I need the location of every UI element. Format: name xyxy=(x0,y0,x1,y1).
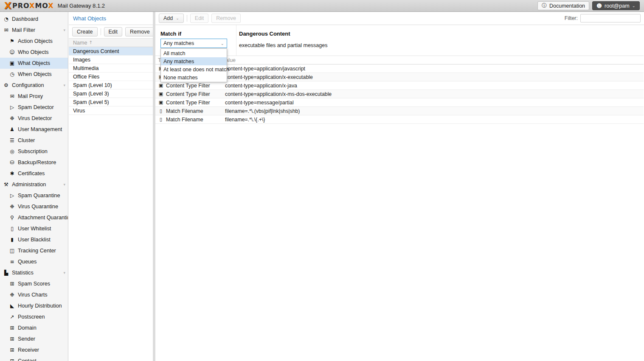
sidebar-item-label: Virus Detector xyxy=(18,115,52,121)
sidebar-item-backup-restore[interactable]: ⛁Backup/Restore xyxy=(0,157,68,168)
toolbar-separator xyxy=(187,15,187,22)
sidebar-item-contact[interactable]: ⊞Contact xyxy=(0,355,68,361)
triangle-down-icon: ▾ xyxy=(63,182,65,187)
sidebar-item-dashboard[interactable]: ◔Dashboard xyxy=(0,14,68,25)
sidebar-item-spam-quarantine[interactable]: ▷Spam Quarantine xyxy=(0,190,68,201)
sidebar-item-when-objects[interactable]: ◷When Objects xyxy=(0,69,68,80)
sidebar-item-sender[interactable]: ⊞Sender xyxy=(0,333,68,344)
rule-value: content-type=message/partial xyxy=(225,100,644,106)
sidebar-item-label: Configuration xyxy=(12,82,44,88)
chevron-down-icon: ⌄ xyxy=(221,41,224,46)
dropdown-option[interactable]: None matches xyxy=(161,73,227,81)
sidebar-item-virus-detector[interactable]: ❉Virus Detector xyxy=(0,113,68,124)
sidebar-item-virus-quarantine[interactable]: ❉Virus Quarantine xyxy=(0,201,68,212)
rule-row[interactable]: ▯Match Filenamefilename=.*\.\{.+\} xyxy=(155,115,644,124)
rules-table: Type Value ▣Content Type Filtercontent-t… xyxy=(155,56,644,124)
documentation-button[interactable]: ⓘ Documentation xyxy=(537,1,589,10)
panel-title-text: What Objects xyxy=(73,15,106,22)
object-detail-panel: Add ⌄ Edit Remove Filter: Match if Any m… xyxy=(155,12,644,361)
chart-bar-icon: ▙ xyxy=(3,270,10,276)
object-row[interactable]: Spam (Level 3) xyxy=(69,90,153,98)
dropdown-option[interactable]: Any matches xyxy=(161,57,227,65)
object-row[interactable]: Dangerous Content xyxy=(69,47,153,56)
sidebar-item-user-management[interactable]: ♟User Management xyxy=(0,124,68,135)
sidebar-item-label: Sender xyxy=(18,336,35,342)
sidebar-item-who-objects[interactable]: ☺Who Objects xyxy=(0,47,68,58)
sidebar-item-subscription[interactable]: ◎Subscription xyxy=(0,146,68,157)
rule-row[interactable]: ▣Content Type Filtercontent-type=message… xyxy=(155,98,644,107)
floppy-icon: ⛁ xyxy=(8,160,16,165)
triangle-down-icon: ▾ xyxy=(63,83,65,87)
sidebar-item-queues[interactable]: ≡Queues xyxy=(0,256,68,267)
edit-rule-button[interactable]: Edit xyxy=(190,14,209,23)
name-column-header[interactable]: Name ↑ xyxy=(69,38,153,47)
sidebar-item-label: What Objects xyxy=(18,60,50,66)
file-image-icon: ▣ xyxy=(158,91,164,97)
sidebar-item-administration[interactable]: ⚒Administration▾ xyxy=(0,179,68,190)
object-row[interactable]: Spam (Level 10) xyxy=(69,81,153,90)
rule-row[interactable]: ▣Content Type Filtercontent-type=applica… xyxy=(155,81,644,90)
dropdown-option[interactable]: All match xyxy=(161,49,227,57)
sidebar-item-spam-scores[interactable]: ⊞Spam Scores xyxy=(0,278,68,289)
rule-row[interactable]: ▯Match Filenamefilename=.*\.(vbs|pif|lnk… xyxy=(155,107,644,115)
sidebar-item-what-objects[interactable]: ▣What Objects xyxy=(0,58,68,69)
sidebar-item-cluster[interactable]: ☰Cluster xyxy=(0,135,68,146)
create-button[interactable]: Create xyxy=(72,27,98,36)
sidebar-item-virus-charts[interactable]: ❉Virus Charts xyxy=(0,289,68,300)
sidebar-item-tracking-center[interactable]: ◫Tracking Center xyxy=(0,245,68,256)
sidebar-item-label: Mail Proxy xyxy=(18,93,43,99)
sidebar-item-label: User Whitelist xyxy=(18,226,51,232)
gears-icon: ⚙ xyxy=(3,82,10,88)
what-objects-panel: What Objects Create Edit Remove Name ↑ D… xyxy=(69,12,153,361)
sidebar-item-attachment-quarantine[interactable]: ⚲Attachment Quarantine xyxy=(0,212,68,223)
proxmox-logo-text: PROXMOX xyxy=(12,2,54,10)
filter-wrap: Filter: xyxy=(565,14,641,22)
rule-row[interactable]: ▣Content Type Filtercontent-type=applica… xyxy=(155,73,644,81)
add-button[interactable]: Add ⌄ xyxy=(159,14,184,23)
book-icon: ◫ xyxy=(8,248,16,254)
sidebar-item-action-objects[interactable]: ⚑Action Objects xyxy=(0,36,68,47)
sidebar-item-configuration[interactable]: ⚙Configuration▾ xyxy=(0,80,68,91)
remove-rule-button[interactable]: Remove xyxy=(211,14,241,23)
proxmox-logo: X PROXMOX xyxy=(4,1,54,11)
table-icon: ⊞ xyxy=(8,336,16,342)
object-row[interactable]: Images xyxy=(69,56,153,64)
sidebar-item-certificates[interactable]: ✱Certificates xyxy=(0,168,68,179)
toolbar-separator xyxy=(101,28,101,35)
sidebar-item-label: Subscription xyxy=(18,148,48,154)
sidebar-item-receiver[interactable]: ⊞Receiver xyxy=(0,344,68,355)
sidebar-item-mail-filter[interactable]: ✉Mail Filter▾ xyxy=(0,25,68,36)
filter-input[interactable] xyxy=(580,14,641,22)
sidebar-item-label: Queues xyxy=(18,259,37,265)
top-header-bar: X PROXMOX Mail Gateway 8.1.2 ⓘ Documenta… xyxy=(0,0,644,12)
object-row[interactable]: Office Files xyxy=(69,73,153,81)
users-icon: ♟ xyxy=(8,126,16,132)
value-column-header[interactable]: Value xyxy=(222,57,644,63)
sidebar-item-spam-detector[interactable]: ▷Spam Detector xyxy=(0,102,68,113)
sidebar-item-mail-proxy[interactable]: ✉Mail Proxy xyxy=(0,91,68,102)
bug-icon: ❉ xyxy=(8,204,16,210)
sidebar-item-statistics[interactable]: ▙Statistics▾ xyxy=(0,267,68,278)
info-icon: ⓘ xyxy=(542,2,547,9)
object-row[interactable]: Spam (Level 5) xyxy=(69,98,153,106)
match-if-combobox[interactable]: Any matches ⌄ xyxy=(160,39,227,48)
sidebar-item-domain[interactable]: ⊞Domain xyxy=(0,322,68,333)
sort-up-icon: ↑ xyxy=(89,40,93,45)
user-menu-button[interactable]: ☻ root@pam ⌄ xyxy=(592,1,640,10)
rule-row[interactable]: ▣Content Type Filtercontent-type=applica… xyxy=(155,90,644,98)
object-row[interactable]: Virus xyxy=(69,106,153,115)
rule-type: Content Type Filter xyxy=(166,83,225,89)
sidebar-item-user-blacklist[interactable]: ▮User Blacklist xyxy=(0,234,68,245)
remove-object-button[interactable]: Remove xyxy=(125,27,155,36)
sidebar-item-label: Spam Detector xyxy=(18,104,54,110)
dropdown-option[interactable]: At least one does not match xyxy=(161,65,227,73)
envelope-icon: ✉ xyxy=(3,27,10,33)
file-outline-icon: ▯ xyxy=(158,117,164,122)
edit-object-button[interactable]: Edit xyxy=(104,27,123,36)
sidebar-item-postscreen[interactable]: ↗Postscreen xyxy=(0,311,68,322)
sidebar-item-hourly-distribution[interactable]: ◣Hourly Distribution xyxy=(0,300,68,311)
sidebar-item-label: Who Objects xyxy=(18,49,49,55)
table-icon: ⊞ xyxy=(8,358,16,361)
sidebar-item-user-whitelist[interactable]: ▯User Whitelist xyxy=(0,223,68,234)
object-row[interactable]: Multimedia xyxy=(69,64,153,73)
